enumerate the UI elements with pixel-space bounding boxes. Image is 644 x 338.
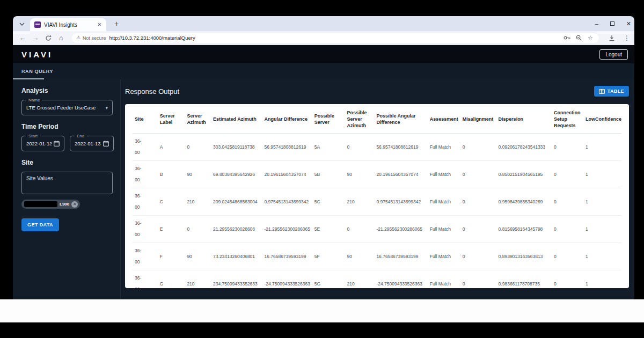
column-header-assessment: Assessment [428, 104, 460, 134]
warning-icon: ⚠ [76, 35, 80, 40]
results-table-card: SiteServer LabelServer AzimuthEstimated … [125, 104, 629, 288]
forward-button[interactable]: → [30, 33, 41, 43]
column-header-angular_difference: Angular Difference [262, 104, 312, 134]
password-manager-icon[interactable] [562, 34, 571, 42]
browser-tab-active[interactable]: VIAVI Insights ✕ [30, 18, 106, 31]
window-controls: – ✕ [595, 16, 631, 31]
chevron-down-icon [19, 23, 25, 26]
cell-server_azimuth: 0 [185, 134, 211, 161]
table-body: 36-00A0303.042581911873856.9574180881261… [133, 134, 621, 288]
name-field-label: Name [26, 98, 42, 102]
cell-possible_angular_difference: 20.19615604357074 [374, 161, 427, 188]
column-header-possible_server: Possible Server [312, 104, 345, 134]
download-icon[interactable] [608, 34, 616, 42]
bookmark-star-icon[interactable]: ☆ [586, 34, 595, 42]
table-view-button[interactable]: TABLE [594, 86, 629, 97]
viavi-app: VIAVI Logout RAN QUERY Analysis Name LTE… [13, 45, 634, 299]
address-bar[interactable]: ⚠ Not secure http://10.3.72.231:4000/mat… [72, 33, 599, 43]
close-button[interactable]: ✕ [626, 21, 631, 27]
cell-misalignment: 0 [460, 270, 496, 288]
cell-assessment: Full Match [428, 243, 460, 270]
cell-estimated_azimuth: 209.02454868563004 [211, 188, 262, 216]
table-row: 36-00E021.29556230028608-21.295562300286… [133, 216, 621, 243]
calendar-icon[interactable] [54, 141, 60, 146]
minimize-button[interactable]: – [595, 21, 598, 27]
reload-icon [45, 35, 52, 41]
select-caret-icon: ▾ [105, 105, 108, 111]
cell-low_confidence: 1 [583, 134, 621, 161]
column-header-low_confidence: LowConfidence [583, 104, 621, 134]
column-header-possible_server_azimuth: Possible Server Azimuth [345, 104, 375, 134]
cell-possible_angular_difference: 0.9754513143699342 [374, 188, 427, 216]
time-period-heading: Time Period [21, 123, 113, 130]
cell-assessment: Full Match [428, 161, 460, 188]
get-data-button[interactable]: GET DATA [21, 218, 59, 231]
browser-menu-icon[interactable]: ⋮ [624, 34, 630, 42]
cell-low_confidence: 1 [583, 243, 621, 270]
tab-close-icon[interactable]: ✕ [96, 21, 103, 28]
cell-estimated_azimuth: 303.0425819118738 [211, 134, 262, 161]
cell-connection_setup_requests: 0 [552, 188, 583, 216]
zoom-icon[interactable] [574, 34, 583, 42]
table-row: 36-00B9069.8038439564292620.196156043570… [133, 161, 621, 188]
cell-estimated_azimuth: 73.23413260406801 [211, 243, 262, 270]
cell-possible_server: 5E [312, 216, 345, 243]
end-date-field[interactable]: End 2022-01-13 13: [70, 136, 114, 151]
back-button[interactable]: ← [17, 33, 28, 43]
results-table: SiteServer LabelServer AzimuthEstimated … [133, 104, 621, 288]
end-field-label: End [75, 134, 86, 138]
logout-button[interactable]: Logout [599, 49, 628, 60]
tab-ran-query[interactable]: RAN QUERY [13, 63, 62, 79]
home-button[interactable]: ⌂ [56, 33, 67, 43]
cell-estimated_azimuth: 234.75009433352633 [211, 270, 262, 288]
security-badge[interactable]: ⚠ Not secure [76, 35, 106, 41]
security-label: Not secure [83, 35, 106, 41]
cell-dispersion: 0.09206178243541333 [496, 134, 552, 161]
ran-query-label: RAN QUERY [21, 69, 53, 74]
cell-misalignment: 0 [460, 243, 496, 270]
cell-server_label: C [158, 188, 185, 216]
time-period-fields: Start 2022-01-13 05: End 2022-01-13 13: [21, 136, 113, 151]
cell-server_label: A [158, 134, 185, 161]
site-values-input[interactable]: Site Values [21, 172, 113, 194]
maximize-button[interactable] [610, 21, 614, 26]
cell-possible_server: 5C [312, 188, 345, 216]
column-header-possible_angular_difference: Possible Angular Difference [374, 104, 427, 134]
cell-connection_setup_requests: 0 [552, 243, 583, 270]
cell-server_label: E [158, 216, 185, 243]
new-tab-button[interactable]: + [112, 19, 121, 29]
calendar-icon[interactable] [103, 141, 109, 146]
cell-angular_difference: -21.295562300286065 [262, 216, 312, 243]
cell-possible_server: 5A [312, 134, 345, 161]
cell-possible_server: 5B [312, 161, 345, 188]
column-header-dispersion: Dispersion [496, 104, 552, 134]
cell-site: 36-00 [133, 134, 158, 161]
reload-button[interactable] [43, 33, 54, 43]
site-chip[interactable]: L900 ✕ [21, 200, 80, 209]
cell-low_confidence: 1 [583, 161, 621, 188]
toolbar-right-icons: ⋮ [608, 34, 630, 42]
start-date-field[interactable]: Start 2022-01-13 05: [21, 136, 64, 151]
cell-assessment: Full Match [428, 270, 460, 288]
app-nav-bar: RAN QUERY [13, 63, 634, 79]
cell-server_azimuth: 90 [185, 243, 211, 270]
url-text[interactable]: http://10.3.72.231:4000/materialQuery [109, 35, 559, 41]
chip-remove-icon[interactable]: ✕ [71, 201, 78, 208]
cell-site: 36-00 [133, 243, 158, 270]
tab-search-button[interactable] [17, 19, 27, 29]
cell-possible_server_azimuth: 90 [345, 243, 375, 270]
response-output-header: Response Output TABLE [125, 86, 629, 97]
end-field-value: 2022-01-13 13: [75, 141, 101, 146]
active-tab-underline [13, 78, 44, 79]
analysis-name-select[interactable]: Name LTE Crossed Feeder UseCase ▾ [21, 100, 113, 115]
tab-title: VIAVI Insights [44, 22, 92, 28]
response-output-panel: Response Output TABLE SiteServer LabelSe… [121, 79, 634, 299]
cell-low_confidence: 1 [583, 188, 621, 216]
cell-possible_angular_difference: -21.295562300286065 [374, 216, 427, 243]
cell-site: 36-00 [133, 188, 158, 216]
cell-angular_difference: 16.76586739593199 [262, 243, 312, 270]
cell-possible_server: 5F [312, 243, 345, 270]
table-row: 36-00C210209.024548685630040.97545131436… [133, 188, 621, 216]
column-header-server_label: Server Label [158, 104, 185, 134]
cell-estimated_azimuth: 21.29556230028608 [211, 216, 262, 243]
